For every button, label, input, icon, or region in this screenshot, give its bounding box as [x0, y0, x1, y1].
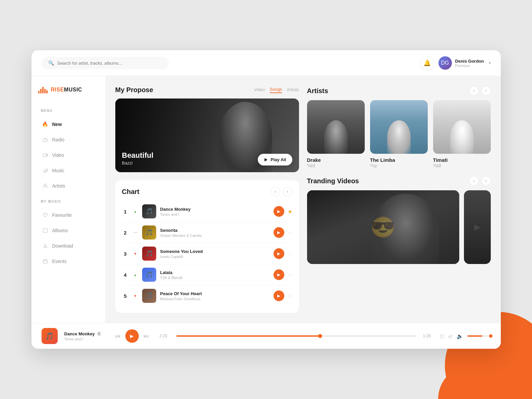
volume-fill [467, 335, 483, 337]
content-area: My Propose Video Songs Artists [105, 76, 501, 323]
artist-genre: Pop [370, 163, 428, 168]
fire-icon: 🔥 [42, 121, 48, 127]
track-star-button[interactable]: ☆ [288, 229, 292, 236]
volume-dot [489, 334, 492, 338]
track-name: Lalala [160, 270, 270, 275]
header: 🔍 🔔 DG Denis Gordon Premium ▾ [32, 50, 501, 76]
player-info: Dance Monkey E Tones and I [64, 331, 105, 341]
video-card-main[interactable]: 😎 ▶ [307, 190, 459, 264]
repeat-button[interactable]: ⊡ [440, 333, 444, 339]
sidebar-label-video: Video [52, 152, 64, 158]
albums-icon [42, 227, 48, 234]
sidebar-label-albums: Albums [52, 228, 68, 233]
artist-photo [433, 100, 491, 154]
main-area: RISEMUSIC MENU 🔥 New Radio Video [32, 76, 501, 323]
shuffle-button[interactable]: ⇄ [448, 333, 453, 339]
chevron-down-icon: ▾ [489, 61, 491, 65]
sidebar-item-video[interactable]: Video [38, 149, 99, 161]
svg-rect-6 [43, 228, 47, 232]
user-profile[interactable]: DG Denis Gordon Premium ▾ [438, 56, 491, 70]
progress-fill [176, 335, 320, 337]
svg-rect-7 [43, 260, 47, 263]
rank-same-icon: — [133, 230, 138, 235]
track-thumbnail: 🎵 [142, 289, 156, 303]
chart-header: Chart ‹ › [122, 187, 292, 196]
track-artist: Tones and I [160, 212, 270, 216]
track-star-button[interactable]: ☆ [288, 251, 292, 257]
track-star-button[interactable]: ★ [288, 208, 292, 215]
track-thumbnail: 🎵 [142, 268, 156, 282]
sidebar-item-download[interactable]: Download [38, 240, 99, 252]
sidebar-label-events: Events [52, 259, 67, 264]
logo-icon [38, 86, 48, 93]
artist-photo [307, 100, 365, 154]
sidebar-item-favourite[interactable]: Favourite [38, 209, 99, 221]
sidebar-item-music[interactable]: Music [38, 164, 99, 177]
notifications-button[interactable]: 🔔 [421, 57, 433, 69]
sidebar-item-new[interactable]: 🔥 New [38, 118, 99, 131]
sidebar-item-events[interactable]: Events [38, 255, 99, 268]
play-pause-button[interactable]: ▶ [125, 329, 139, 343]
artist-card-limba[interactable]: The Limba Pop [370, 100, 428, 168]
progress-dot [318, 334, 322, 338]
artist-card-drake[interactable]: Drake R&B [307, 100, 365, 168]
skip-back-button[interactable]: ⏮ [115, 333, 121, 340]
search-input[interactable] [57, 61, 162, 66]
sidebar-item-albums[interactable]: Albums [38, 224, 99, 237]
trending-next-button[interactable]: › [481, 176, 491, 186]
my-music-section-label: MY MUSIC [41, 200, 99, 203]
sidebar-label-download: Download [52, 243, 73, 249]
trending-nav: ‹ › [469, 176, 491, 186]
track-play-button[interactable]: ▶ [274, 227, 284, 238]
hero-card: Beautiful Bazzi Play All [115, 98, 299, 172]
table-row: 5 ▼ 🎵 Peace Of Your Heart Meduza Feat. G… [122, 285, 292, 306]
video-icon [42, 152, 48, 158]
play-all-button[interactable]: Play All [258, 154, 292, 165]
svg-point-5 [44, 184, 46, 186]
avatar: DG [438, 56, 452, 70]
artists-next-button[interactable]: › [481, 86, 491, 95]
video-card-small[interactable]: ▶ [464, 190, 491, 264]
track-play-button[interactable]: ▶ [274, 248, 284, 259]
volume-bar[interactable] [467, 335, 491, 337]
artists-icon [42, 183, 48, 189]
sidebar-item-artists[interactable]: Artists [38, 180, 99, 192]
chart-prev-button[interactable]: ‹ [271, 187, 280, 196]
volume-button[interactable]: 🔈 [457, 333, 463, 339]
trending-prev-button[interactable]: ‹ [469, 176, 479, 186]
search-bar[interactable]: 🔍 [42, 57, 169, 69]
track-play-button[interactable]: ▶ [274, 206, 284, 217]
hero-title: Beautiful [122, 151, 154, 160]
rank-down-icon: ▼ [133, 294, 138, 298]
video-cards: 😎 ▶ ▶ [307, 190, 491, 264]
left-column: My Propose Video Songs Artists [115, 86, 299, 313]
logo-text: RISEMUSIC [51, 87, 82, 93]
track-play-button[interactable]: ▶ [274, 269, 284, 280]
track-star-button[interactable]: ☆ [288, 293, 292, 299]
track-artist: Shawn Mendes & Camila [160, 234, 270, 238]
track-name: Someone You Loved [160, 249, 270, 254]
chart-next-button[interactable]: › [283, 187, 292, 196]
filter-tab-video[interactable]: Video [254, 87, 265, 93]
track-star-button[interactable]: ☆ [288, 272, 292, 278]
track-artist: Lewis Capaldi [160, 255, 270, 259]
artists-header: Artists ‹ › [307, 86, 491, 95]
sidebar-item-radio[interactable]: Radio [38, 133, 99, 146]
current-time: 2:20 [160, 334, 170, 338]
player-artist-name: Tones and I [64, 337, 105, 341]
skip-forward-button[interactable]: ⏭ [143, 333, 150, 340]
artist-genre: R&B [433, 163, 491, 168]
chart-nav: ‹ › [271, 187, 292, 196]
player: 🎵 Dance Monkey E Tones and I ⏮ ▶ ⏭ 2:20 … [32, 323, 501, 349]
track-artist: Meduza Feat. Goodboys [160, 297, 270, 301]
filter-tab-artists[interactable]: Artists [287, 87, 299, 93]
search-icon: 🔍 [48, 60, 54, 66]
hero-artist: Bazzi [122, 160, 154, 165]
track-play-button[interactable]: ▶ [274, 290, 284, 301]
artists-prev-button[interactable]: ‹ [469, 86, 479, 95]
artist-card-timati[interactable]: Timati R&B [433, 100, 491, 168]
artist-cards: Drake R&B The Limba Pop [307, 100, 491, 168]
artist-name: Drake [307, 157, 365, 163]
filter-tab-songs[interactable]: Songs [270, 87, 282, 93]
progress-bar[interactable] [176, 335, 416, 337]
